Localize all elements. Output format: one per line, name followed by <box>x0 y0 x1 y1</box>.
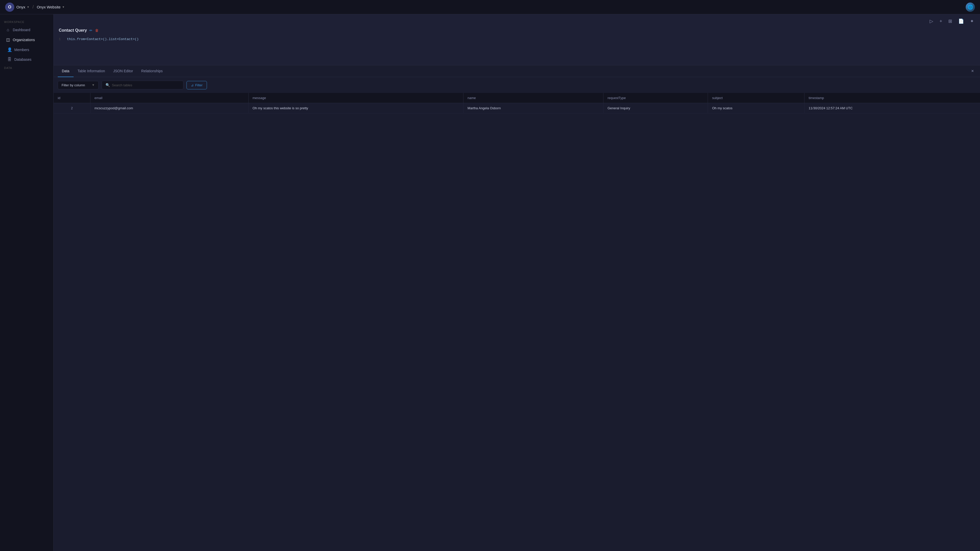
col-header-id: id <box>54 93 90 103</box>
filter-button[interactable]: ⊿ Filter <box>186 81 207 89</box>
filter-bar: Filter by column ▼ 🔍 ⊿ Filter <box>54 77 980 93</box>
user-avatar[interactable]: 🌐 <box>966 3 975 12</box>
org-chevron-icon: ▼ <box>27 6 29 8</box>
table-header-row: id email message name requestType subjec… <box>54 93 980 103</box>
sidebar: WORKSPACE ⌂ Dashboard ◫ Organizations 👤 … <box>0 14 54 551</box>
home-icon: ⌂ <box>6 28 10 32</box>
sidebar-item-databases[interactable]: 🗄 Databases <box>3 55 52 64</box>
col-header-subject: subject <box>708 93 805 103</box>
edit-icon[interactable]: ✏ <box>89 29 92 32</box>
sidebar-item-dashboard[interactable]: ⌂ Dashboard <box>2 25 52 35</box>
breadcrumb-separator: / <box>32 4 34 10</box>
databases-icon: 🗄 <box>7 57 12 62</box>
project-chevron-icon: ▼ <box>62 6 65 8</box>
filter-button-label: Filter <box>195 83 203 87</box>
cell-email: mcscuzzypod@gmail.com <box>90 103 248 113</box>
file-button[interactable]: 📄 <box>957 17 965 25</box>
filter-by-column-dropdown[interactable]: Filter by column ▼ <box>58 81 99 89</box>
col-header-message: message <box>248 93 463 103</box>
col-header-email: email <box>90 93 248 103</box>
cell-timestamp: 11/30/2024 12:57:24 AM UTC <box>805 103 980 113</box>
cell-subject: Oh my scatos <box>708 103 805 113</box>
cell-requesttype: General Inquiry <box>603 103 708 113</box>
filter-funnel-icon: ⊿ <box>191 83 194 87</box>
query-panel: ▷ + ⊞ 📄 ✦ Contact Query ✏ 🗑 1 this.from<… <box>54 14 980 65</box>
organizations-icon: ◫ <box>6 37 10 42</box>
query-title: Contact Query <box>59 28 87 33</box>
project-name: Onyx Website <box>37 5 60 9</box>
data-section-label: DATA <box>0 64 53 71</box>
col-header-timestamp: timestamp <box>805 93 980 103</box>
filter-by-column-label: Filter by column <box>62 83 85 87</box>
col-header-name: name <box>463 93 603 103</box>
tab-relationships[interactable]: Relationships <box>137 65 167 77</box>
search-input-wrap: 🔍 <box>102 81 183 89</box>
table-row[interactable]: 2 mcscuzzypod@gmail.com Oh my scatos thi… <box>54 103 980 113</box>
search-icon: 🔍 <box>105 83 110 87</box>
ai-button[interactable]: ✦ <box>969 17 975 25</box>
cell-message: Oh my scatos this website is so pretty <box>248 103 463 113</box>
tabs-bar: Data Table Information JSON Editor Relat… <box>54 65 980 77</box>
sidebar-item-organizations[interactable]: ◫ Organizations <box>2 35 52 45</box>
data-table-wrap: id email message name requestType subjec… <box>54 93 980 551</box>
sidebar-item-organizations-label: Organizations <box>13 38 35 42</box>
table-view-button[interactable]: ⊞ <box>947 17 953 25</box>
filter-dropdown-chevron-icon: ▼ <box>92 83 95 87</box>
search-tables-input[interactable] <box>112 83 180 87</box>
sidebar-item-databases-label: Databases <box>14 57 32 62</box>
tabs-close-button[interactable]: × <box>969 67 976 75</box>
org-name: Onyx <box>16 5 25 9</box>
data-table: id email message name requestType subjec… <box>54 93 980 113</box>
org-selector[interactable]: Onyx ▼ <box>16 5 29 9</box>
tab-table-information[interactable]: Table Information <box>73 65 109 77</box>
sidebar-item-members[interactable]: 👤 Members <box>3 45 52 55</box>
tab-data[interactable]: Data <box>58 65 73 77</box>
run-button[interactable]: ▷ <box>929 17 934 25</box>
org-avatar: O <box>5 3 14 12</box>
query-toolbar: ▷ + ⊞ 📄 ✦ <box>54 14 980 28</box>
col-header-requesttype: requestType <box>603 93 708 103</box>
content-area: ▷ + ⊞ 📄 ✦ Contact Query ✏ 🗑 1 this.from<… <box>54 14 980 551</box>
workspace-section-label: WORKSPACE <box>0 18 53 25</box>
query-code-text[interactable]: this.from<Contact>().list<Contact>() <box>67 37 139 41</box>
add-button[interactable]: + <box>939 17 943 25</box>
topbar: O Onyx ▼ / Onyx Website ▼ 🌐 <box>0 0 980 14</box>
sidebar-item-members-label: Members <box>14 48 29 52</box>
delete-icon[interactable]: 🗑 <box>95 29 99 32</box>
main-layout: WORKSPACE ⌂ Dashboard ◫ Organizations 👤 … <box>0 14 980 551</box>
tab-json-editor[interactable]: JSON Editor <box>109 65 137 77</box>
data-panel: Data Table Information JSON Editor Relat… <box>54 65 980 551</box>
project-selector[interactable]: Onyx Website ▼ <box>37 5 65 9</box>
query-header: Contact Query ✏ 🗑 <box>54 28 980 35</box>
members-icon: 👤 <box>7 47 12 52</box>
cell-name: Martha Angela Osborn <box>463 103 603 113</box>
topbar-left: O Onyx ▼ / Onyx Website ▼ <box>5 3 65 12</box>
cell-id: 2 <box>54 103 90 113</box>
sidebar-item-dashboard-label: Dashboard <box>13 28 30 32</box>
line-number: 1 <box>59 37 63 41</box>
query-code-block: 1 this.from<Contact>().list<Contact>() <box>54 35 980 46</box>
